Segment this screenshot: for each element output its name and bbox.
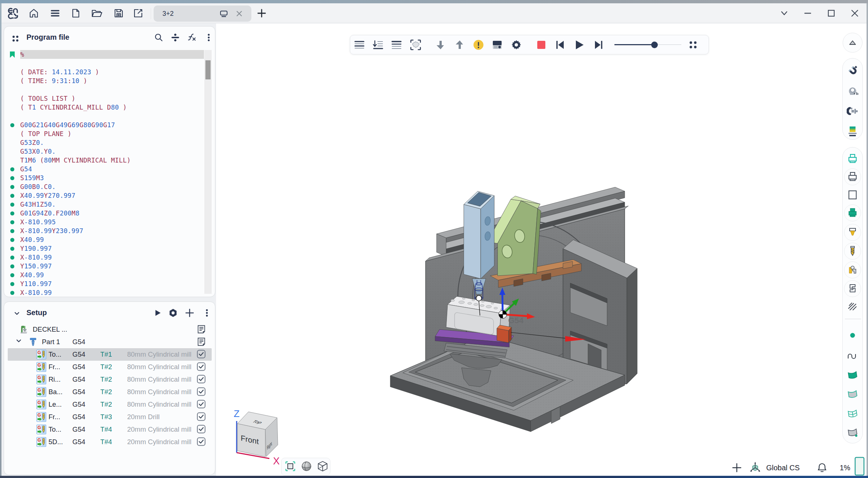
function-icon[interactable] xyxy=(187,33,197,42)
executed-bullet-icon[interactable] xyxy=(4,291,20,295)
tab-close-icon[interactable] xyxy=(235,10,243,19)
fixture-teal-icon[interactable] xyxy=(846,152,859,165)
clamp-icon[interactable] xyxy=(846,104,859,118)
coordinate-system-icon[interactable] xyxy=(749,461,762,476)
curve-icon[interactable] xyxy=(846,349,859,363)
machine-icon[interactable] xyxy=(19,325,29,335)
setup-operation-row[interactable]: GFr...G54T#280mm Cylindrical mill xyxy=(4,361,215,373)
setup-operation-row[interactable]: GTo...G54T#180mm Cylindrical mill xyxy=(4,348,215,361)
executed-bullet-icon[interactable] xyxy=(4,176,20,180)
executed-bullet-icon[interactable] xyxy=(4,256,20,260)
lines-top-icon[interactable] xyxy=(390,39,403,51)
fixture-active-icon[interactable] xyxy=(844,204,861,221)
code-scrollbar[interactable] xyxy=(204,50,212,294)
executed-bullet-icon[interactable] xyxy=(4,247,20,251)
speed-slider[interactable] xyxy=(614,41,681,49)
setup-collapse-chevron-icon[interactable] xyxy=(13,309,21,319)
operation-checkbox[interactable] xyxy=(197,425,206,435)
executed-bullet-icon[interactable] xyxy=(4,229,20,233)
executed-bullet-icon[interactable] xyxy=(4,273,20,277)
sidebar-collapse-button[interactable] xyxy=(843,33,862,53)
workpiece-clamp-icon[interactable] xyxy=(844,261,861,278)
new-file-button[interactable] xyxy=(68,6,83,21)
app-logo[interactable] xyxy=(6,6,20,21)
setup-operation-row[interactable]: G5D...G54T#420mm Cylindrical mill xyxy=(4,436,215,448)
executed-bullet-icon[interactable] xyxy=(4,203,20,207)
fit-view-icon[interactable] xyxy=(284,460,296,474)
lines-all-icon[interactable] xyxy=(353,39,366,51)
gcode-line[interactable]: % xyxy=(4,50,204,59)
dots-grid-icon[interactable] xyxy=(687,39,699,51)
global-cs-label[interactable]: Global CS xyxy=(766,464,800,472)
setup-play-icon[interactable] xyxy=(153,308,162,318)
gcode-line[interactable]: G01G94Z0.F200M8 xyxy=(4,209,204,218)
gcode-line[interactable]: S159M3 xyxy=(4,174,204,182)
operation-checkbox[interactable] xyxy=(197,387,206,397)
open-file-button[interactable] xyxy=(89,6,104,21)
fixture-gray-icon[interactable] xyxy=(844,168,861,185)
toolbar-chevron-down-icon[interactable] xyxy=(777,6,792,21)
control-panel-icon[interactable] xyxy=(491,39,503,51)
save-button[interactable] xyxy=(111,6,126,21)
selection-gear-icon[interactable] xyxy=(409,39,422,51)
gcode-line[interactable]: ( TIME: 9:31:10 ) xyxy=(4,76,204,85)
drag-handle-icon[interactable] xyxy=(11,35,19,44)
magnet-icon[interactable] xyxy=(846,64,859,77)
program-more-icon[interactable] xyxy=(204,33,214,42)
setup-nut-icon[interactable] xyxy=(168,308,178,318)
add-cs-button[interactable] xyxy=(731,462,742,475)
gcode-line[interactable] xyxy=(4,85,204,94)
export-button[interactable] xyxy=(131,6,146,21)
gcode-line[interactable]: X-810.99 xyxy=(4,253,204,262)
surface-dot-icon[interactable] xyxy=(846,425,859,439)
bell-icon[interactable] xyxy=(816,462,828,475)
speed-slider-knob[interactable] xyxy=(651,42,658,48)
executed-bullet-icon[interactable] xyxy=(4,185,20,189)
gcode-line[interactable]: ( T1 CYLINDRICAL_MILL D80 ) xyxy=(4,103,204,112)
tool-drill-icon[interactable] xyxy=(844,243,861,260)
surface-filled-icon[interactable] xyxy=(846,368,859,381)
gcode-line[interactable]: ( TOP PLANE ) xyxy=(4,129,204,138)
setup-part-row[interactable]: Part 1G54 xyxy=(4,336,215,348)
surface-gray-icon[interactable] xyxy=(846,387,859,400)
executed-bullet-icon[interactable] xyxy=(4,194,20,198)
gcode-line[interactable] xyxy=(4,59,204,68)
gcode-line[interactable]: X-810.99 xyxy=(4,288,204,296)
gcode-line[interactable]: G54 xyxy=(4,165,204,174)
gcode-operation-icon[interactable]: G xyxy=(36,400,46,410)
operation-checkbox[interactable] xyxy=(197,362,206,372)
part-icon[interactable] xyxy=(28,337,38,347)
setup-operation-row[interactable]: GRi...G54T#280mm Cylindrical mill xyxy=(4,373,215,386)
setup-more-icon[interactable] xyxy=(202,308,212,318)
operation-checkbox[interactable] xyxy=(197,437,206,447)
gcode-operation-icon[interactable]: G xyxy=(36,425,46,435)
play-button[interactable] xyxy=(573,39,585,51)
home-button[interactable] xyxy=(26,6,41,21)
gcode-line[interactable]: Y190.997 xyxy=(4,244,204,253)
stock-layers-icon[interactable] xyxy=(846,124,859,138)
gcode-line[interactable]: Y150.997 xyxy=(4,262,204,271)
machine-outline-icon[interactable] xyxy=(844,280,861,297)
minimize-button[interactable] xyxy=(800,6,815,21)
executed-bullet-icon[interactable] xyxy=(4,123,20,127)
menu-button[interactable] xyxy=(48,6,62,21)
maximize-button[interactable] xyxy=(824,6,839,21)
arrow-down-icon[interactable] xyxy=(434,39,447,51)
gcode-operation-icon[interactable]: G xyxy=(36,350,46,360)
divide-icon[interactable] xyxy=(171,33,180,42)
search-icon[interactable] xyxy=(154,33,164,42)
line-step-down-icon[interactable] xyxy=(372,39,384,51)
code-scrollbar-thumb[interactable] xyxy=(205,60,211,79)
skip-back-button[interactable] xyxy=(554,39,566,51)
dot-icon[interactable] xyxy=(846,329,859,342)
gcode-line[interactable]: Y110.997 xyxy=(4,279,204,288)
operation-checkbox[interactable] xyxy=(197,400,206,410)
setup-machine-row[interactable]: DECKEL ... xyxy=(4,323,215,336)
setup-operation-row[interactable]: GFr...G54T#320mm Drill xyxy=(4,411,215,423)
gcode-line[interactable] xyxy=(4,112,204,121)
gcode-line[interactable]: X-810.99Y230.997 xyxy=(4,226,204,235)
gcode-line[interactable]: ( DATE: 14.11.2023 ) xyxy=(4,68,204,76)
viewport-3d[interactable] xyxy=(216,24,868,476)
executed-bullet-icon[interactable] xyxy=(4,220,20,224)
gcode-operation-icon[interactable]: G xyxy=(36,362,46,372)
